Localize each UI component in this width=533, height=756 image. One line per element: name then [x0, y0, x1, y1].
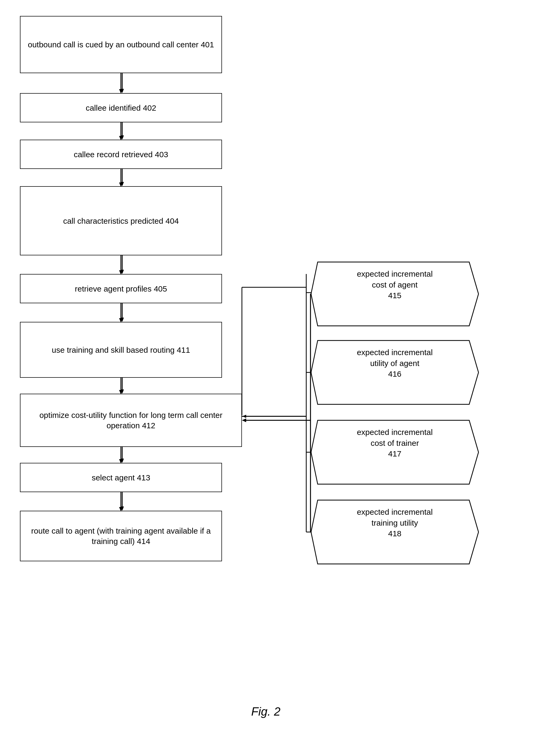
svg-marker-7 — [121, 270, 124, 274]
side-box-415-svg: expected incrementalcost of agent415 — [310, 261, 480, 327]
box-401: outbound call is cued by an outbound cal… — [20, 16, 222, 73]
box-412: optimize cost-utility function for long … — [20, 394, 242, 447]
box-402: callee identified 402 — [20, 93, 222, 122]
side-box-416-svg: expected incrementalutility of agent416 — [310, 339, 480, 406]
svg-marker-5 — [121, 182, 124, 186]
box-403: callee record retrieved 403 — [20, 140, 222, 169]
svg-marker-49 — [242, 418, 246, 422]
svg-marker-15 — [121, 506, 124, 511]
diagram-container: outbound call is cued by an outbound cal… — [0, 0, 533, 756]
box-413: select agent 413 — [20, 463, 222, 492]
box-404: call characteristics predicted 404 — [20, 186, 222, 256]
box-405: retrieve agent profiles 405 — [20, 274, 222, 303]
box-411: use training and skill based routing 411 — [20, 322, 222, 378]
svg-marker-20 — [242, 415, 246, 418]
svg-marker-9 — [121, 318, 124, 322]
side-box-417-svg: expected incrementalcost of trainer417 — [310, 419, 480, 485]
figure-caption: Fig. 2 — [213, 705, 319, 718]
svg-marker-3 — [121, 135, 124, 140]
svg-marker-11 — [121, 390, 124, 394]
box-414: route call to agent (with training agent… — [20, 511, 222, 561]
svg-marker-13 — [121, 459, 124, 463]
svg-marker-1 — [121, 89, 124, 93]
side-box-418-svg: expected incrementaltraining utility418 — [310, 499, 480, 565]
